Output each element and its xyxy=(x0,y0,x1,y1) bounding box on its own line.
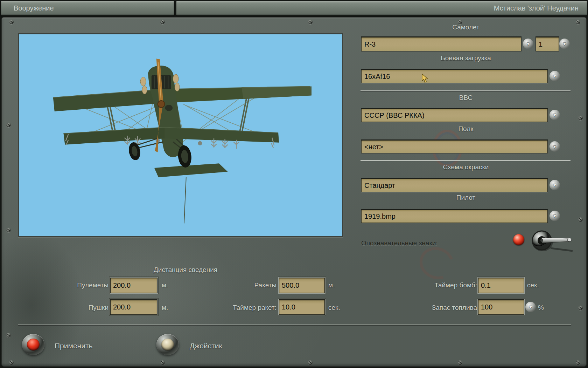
screw-icon xyxy=(160,360,165,365)
paint-scheme-select[interactable]: Стандарт xyxy=(361,178,548,192)
screw-icon xyxy=(6,123,11,127)
chevron-down-icon: ▼ xyxy=(526,42,531,46)
pilot-select[interactable]: 1919.bmp xyxy=(361,209,548,223)
bomb-timer-input[interactable] xyxy=(478,278,524,293)
chevron-down-icon: ▼ xyxy=(553,144,557,149)
regiment-select[interactable]: <нет> xyxy=(361,139,548,154)
cannons-label: Пушки xyxy=(21,304,108,312)
rocket-timer-unit: сек. xyxy=(328,304,340,312)
pilot-label: Пилот xyxy=(361,193,570,202)
screw-icon xyxy=(578,217,583,222)
screw-icon xyxy=(578,116,583,120)
aircraft-count-select[interactable]: 1 xyxy=(536,36,559,52)
chevron-down-icon: ▼ xyxy=(553,214,557,218)
rocket-timer-label: Таймер ракет: xyxy=(189,304,276,312)
divider xyxy=(360,160,570,161)
aircraft-count-dropdown-button[interactable]: ▼ xyxy=(559,39,570,49)
aircraft-value: R-3 xyxy=(362,40,376,48)
apply-button-label[interactable]: Применить xyxy=(55,341,93,350)
screw-icon xyxy=(576,360,580,365)
aircraft-count-value: 1 xyxy=(536,40,542,48)
regiment-label: Полк xyxy=(361,125,570,133)
screw-icon xyxy=(308,360,313,365)
airforce-select[interactable]: СССР (ВВС РККА) xyxy=(361,108,548,122)
airforce-label: ВВС xyxy=(361,94,570,102)
markings-label: Опознавательные знаки: xyxy=(361,239,438,247)
regiment-dropdown-button[interactable]: ▼ xyxy=(550,141,560,152)
machineguns-label: Пулеметы xyxy=(21,281,108,289)
fuel-label: Запас топлива xyxy=(390,304,477,312)
divider xyxy=(360,90,570,91)
mouse-cursor-icon xyxy=(422,74,429,83)
aircraft-preview xyxy=(18,33,343,237)
joystick-button-label[interactable]: Джойстик xyxy=(190,341,222,350)
tan-button-icon xyxy=(161,339,174,350)
rockets-label: Ракеты xyxy=(189,281,276,289)
aircraft-label: Самолет xyxy=(361,23,570,32)
chevron-down-icon: ▼ xyxy=(553,183,557,188)
convergence-title: Дистанция сведения xyxy=(115,266,255,274)
aircraft-dropdown-button[interactable]: ▼ xyxy=(523,39,533,49)
rockets-unit: м. xyxy=(328,281,335,289)
screw-icon xyxy=(6,333,11,338)
chevron-down-icon: ▼ xyxy=(553,74,557,79)
screw-icon xyxy=(458,360,462,365)
fuel-unit: % xyxy=(538,304,544,312)
paint-scheme-value: Стандарт xyxy=(362,182,395,190)
machineguns-input[interactable] xyxy=(110,278,158,293)
cannons-input[interactable] xyxy=(110,299,158,315)
airforce-value: СССР (ВВС РККА) xyxy=(362,111,425,120)
markings-toggle-switch[interactable] xyxy=(526,227,573,254)
joystick-button[interactable] xyxy=(156,334,179,355)
apply-button[interactable] xyxy=(22,334,44,355)
chevron-down-icon: ▼ xyxy=(562,42,567,46)
divider xyxy=(18,325,571,325)
screw-icon xyxy=(578,306,583,310)
pilot-value: 1919.bmp xyxy=(362,212,396,220)
aircraft-render xyxy=(19,34,342,236)
cannons-unit: м. xyxy=(162,304,168,312)
loadout-label: Боевая загрузка xyxy=(361,54,570,62)
tab-player-name[interactable]: Мстислав 'злой' Неудачин xyxy=(176,1,587,15)
pilot-dropdown-button[interactable]: ▼ xyxy=(550,211,560,221)
chevron-down-icon: ▼ xyxy=(553,113,557,117)
airforce-dropdown-button[interactable]: ▼ xyxy=(550,110,560,120)
rockets-input[interactable] xyxy=(279,278,325,293)
fuel-dropdown-button[interactable]: ▼ xyxy=(525,302,536,312)
loadout-dropdown-button[interactable]: ▼ xyxy=(550,71,560,81)
screw-icon xyxy=(308,20,313,24)
aircraft-select[interactable]: R-3 xyxy=(361,36,522,52)
machineguns-unit: м. xyxy=(162,281,168,289)
screw-icon xyxy=(9,20,14,24)
red-button-icon xyxy=(27,339,40,350)
bomb-timer-unit: сек. xyxy=(527,281,539,289)
screw-icon xyxy=(6,228,11,232)
paint-scheme-dropdown-button[interactable]: ▼ xyxy=(550,180,560,190)
rocket-timer-input[interactable] xyxy=(279,299,325,315)
armament-screen: Вооружение Мстислав 'злой' Неудачин xyxy=(0,0,588,368)
regiment-value: <нет> xyxy=(362,143,383,151)
led-light-icon xyxy=(513,234,524,245)
chevron-down-icon: ▼ xyxy=(528,305,533,309)
bomb-timer-label: Таймер бомб: xyxy=(390,281,477,289)
tab-armament[interactable]: Вооружение xyxy=(1,1,174,15)
fuel-input[interactable] xyxy=(478,299,524,315)
screw-icon xyxy=(576,20,580,24)
screw-icon xyxy=(160,20,165,24)
paint-scheme-label: Схема окраски xyxy=(361,163,570,171)
loadout-select[interactable]: 16xAf16 xyxy=(361,69,548,83)
screw-icon xyxy=(9,360,14,365)
loadout-value: 16xAf16 xyxy=(362,73,390,81)
